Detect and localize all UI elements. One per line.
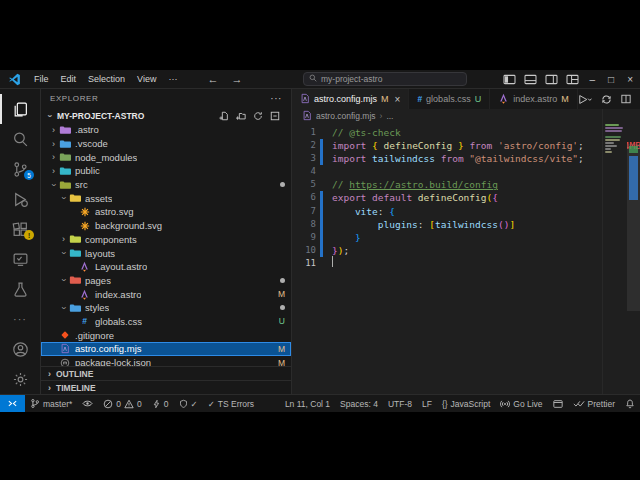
menu-view[interactable]: View [131,74,162,84]
tree-item-background-svg[interactable]: background.svg [41,219,291,233]
refresh-explorer-icon[interactable] [253,111,263,121]
command-center-search[interactable]: my-project-astro [303,72,467,86]
git-status-badge: M [278,344,285,354]
tree-item-astro-svg[interactable]: astro.svg [41,205,291,219]
status-prettier[interactable]: Prettier [568,395,620,412]
tab-astro-config-mjs[interactable]: astro.config.mjsM× [292,89,409,109]
status-label: Prettier [588,399,615,409]
status-git-branch[interactable]: master* [25,395,77,412]
explorer-more-icon[interactable]: ··· [270,93,282,104]
chevron-right-icon: › [45,383,54,393]
close-tab-icon[interactable]: × [395,94,401,105]
tree-item-vscode[interactable]: ›.vscode [41,137,291,151]
windowi-icon [553,399,563,409]
code-line: 10}); [292,244,640,257]
line-number: 3 [292,152,316,165]
titlebar-right: – □ × [503,70,635,88]
toggle-secondary-sidebar-icon[interactable] [545,74,558,85]
status-label: Spaces: 4 [340,399,378,409]
activitybar-run-and-debug[interactable] [0,184,40,214]
code-line: 8 plugins: [tailwindcss()] [292,218,640,231]
tree-item-label: node_modules [75,152,137,163]
status-ts-errors[interactable]: ✓TS Errors [203,395,260,412]
menu-selection[interactable]: Selection [82,74,131,84]
activitybar-additional-views[interactable]: ··· [0,304,40,334]
toggle-primary-sidebar-icon[interactable] [503,74,516,85]
customize-layout-icon[interactable] [566,74,579,85]
nav-forward-icon[interactable]: → [231,74,242,84]
status-indentation[interactable]: Spaces: 4 [335,395,383,412]
code-area[interactable]: 1// @ts-check2import { defineConfig } fr… [292,123,640,394]
activitybar-accounts[interactable] [0,334,40,364]
status-language-mode[interactable]: {}JavaScript [437,395,495,412]
astro-icon [498,93,509,106]
activitybar-explorer[interactable] [0,94,40,124]
collapse-folders-icon[interactable] [270,111,280,121]
project-root-row[interactable]: › MY-PROJECT-ASTRO [41,108,291,123]
tree-item-astro[interactable]: ›.astro [41,123,291,137]
history-nav: ← → [207,74,242,84]
timeline-section[interactable]: › TIMELINE [41,380,291,394]
tree-item-package-lock-json[interactable]: package-lock.jsonM [41,356,291,366]
tree-item-astro-config-mjs[interactable]: astro.config.mjsM [41,342,291,356]
run-file-icon[interactable] [578,94,592,105]
editor-scrollbar[interactable] [627,109,640,394]
status-label: 0 [116,399,121,409]
folder-icon [58,180,71,190]
tree-item-pages[interactable]: ›pages [41,274,291,288]
maximize-button[interactable]: □ [606,74,616,85]
tree-item-label: .vscode [75,138,108,149]
menu-file[interactable]: File [28,74,55,84]
tree-item-gitignore[interactable]: .gitignore [41,328,291,342]
status-cursor-position[interactable]: Ln 11, Col 1 [280,395,335,412]
close-button[interactable]: × [625,74,635,85]
new-folder-icon[interactable] [236,111,246,121]
activitybar-extensions[interactable]: ! [0,214,40,244]
tree-item-layouts[interactable]: ›layouts [41,246,291,260]
overview-ruler-added [629,146,638,153]
split-editor-icon[interactable] [621,94,631,104]
tab-index-astro[interactable]: index.astroM [490,89,578,109]
outline-section[interactable]: › OUTLINE [41,366,291,380]
status-problems[interactable]: 00 [98,395,146,412]
status-label: TS Errors [218,399,254,409]
activitybar-settings[interactable] [0,364,40,394]
breadcrumb[interactable]: astro.config.mjs › ... [292,109,640,123]
status-blame-toggle[interactable] [77,395,98,412]
menu-edit[interactable]: Edit [55,74,83,84]
new-file-icon[interactable] [219,111,229,121]
toggle-panel-icon[interactable] [524,74,537,85]
menu-more[interactable]: ··· [162,74,183,84]
status-workspace-trust[interactable]: ✓ [174,395,203,412]
minimize-button[interactable]: – [588,74,598,85]
status-encoding[interactable]: UTF-8 [383,395,417,412]
check-icon: ✓ [208,399,215,409]
tree-item-components[interactable]: ›components [41,233,291,247]
tree-item-index-astro[interactable]: index.astroM [41,287,291,301]
status-go-live[interactable]: Go Live [495,395,547,412]
status-ports[interactable]: 0 [147,395,174,412]
sync-changes-icon[interactable] [601,94,612,105]
activitybar-source-control[interactable]: 5 [0,154,40,184]
activitybar-testing[interactable] [0,274,40,304]
outline-label: OUTLINE [56,369,93,379]
activitybar-search[interactable] [0,124,40,154]
tree-item-layout-astro[interactable]: Layout.astro [41,260,291,274]
tree-item-assets[interactable]: ›assets [41,191,291,205]
tree-item-globals-css[interactable]: #globals.cssU [41,315,291,329]
tree-item-public[interactable]: ›public [41,164,291,178]
nav-back-icon[interactable]: ← [207,74,218,84]
tree-item-styles[interactable]: ›styles [41,301,291,315]
gutter-modified-indicator [320,231,323,244]
status-remote-indicator[interactable] [0,395,25,412]
status-feedback[interactable] [548,395,568,412]
breadcrumb-more: ... [386,111,393,121]
tree-item-node-modules[interactable]: ›node_modules [41,150,291,164]
activitybar-remote-explorer[interactable] [0,244,40,274]
status-notifications[interactable] [620,395,640,412]
status-eol[interactable]: LF [417,395,437,412]
tree-item-label: pages [85,275,111,286]
tab-globals-css[interactable]: #globals.cssU [409,89,490,109]
minimap[interactable] [602,109,627,394]
tree-item-src[interactable]: ›src [41,178,291,192]
